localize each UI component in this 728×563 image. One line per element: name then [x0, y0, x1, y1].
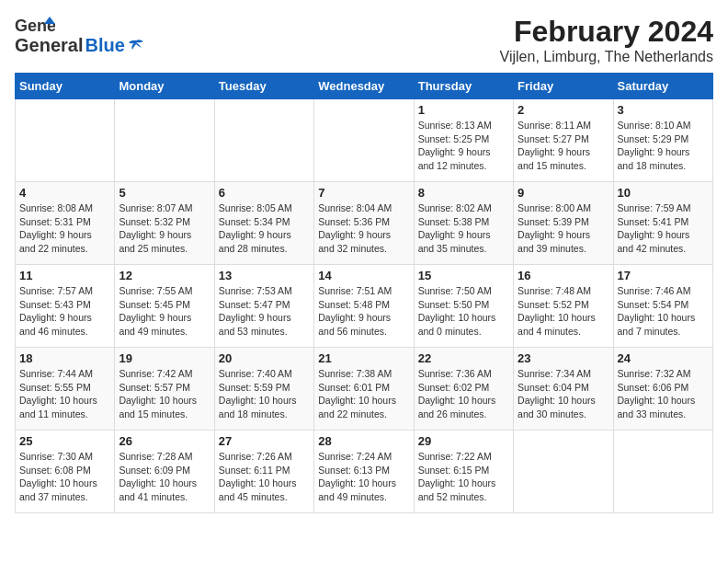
day-number: 28	[318, 434, 409, 448]
calendar-cell: 29Sunrise: 7:22 AM Sunset: 6:15 PM Dayli…	[414, 431, 513, 513]
calendar-cell: 4Sunrise: 8:08 AM Sunset: 5:31 PM Daylig…	[16, 182, 115, 265]
day-header-friday: Friday	[514, 74, 613, 99]
calendar-cell: 18Sunrise: 7:44 AM Sunset: 5:55 PM Dayli…	[16, 348, 115, 431]
day-number: 17	[618, 269, 709, 282]
logo-general-text: General	[15, 35, 83, 56]
day-number: 14	[318, 269, 409, 282]
calendar-cell: 23Sunrise: 7:34 AM Sunset: 6:04 PM Dayli…	[514, 348, 613, 431]
day-header-thursday: Thursday	[414, 74, 513, 99]
calendar-cell	[514, 431, 613, 513]
calendar-week-row: 1Sunrise: 8:13 AM Sunset: 5:25 PM Daylig…	[16, 99, 713, 182]
day-info: Sunrise: 7:34 AM Sunset: 6:04 PM Dayligh…	[518, 367, 609, 421]
calendar-cell	[314, 99, 414, 182]
day-header-wednesday: Wednesday	[314, 74, 414, 99]
calendar-cell: 11Sunrise: 7:57 AM Sunset: 5:43 PM Dayli…	[16, 265, 115, 348]
day-number: 5	[119, 186, 210, 200]
day-info: Sunrise: 8:02 AM Sunset: 5:38 PM Dayligh…	[418, 201, 509, 256]
day-info: Sunrise: 7:22 AM Sunset: 6:15 PM Dayligh…	[418, 450, 509, 504]
day-info: Sunrise: 8:13 AM Sunset: 5:25 PM Dayligh…	[418, 119, 509, 173]
day-number: 25	[19, 434, 110, 448]
calendar-cell: 6Sunrise: 8:05 AM Sunset: 5:34 PM Daylig…	[214, 182, 313, 265]
day-info: Sunrise: 7:32 AM Sunset: 6:06 PM Dayligh…	[618, 367, 709, 421]
day-number: 16	[518, 269, 609, 282]
day-info: Sunrise: 7:24 AM Sunset: 6:13 PM Dayligh…	[318, 450, 409, 504]
day-info: Sunrise: 7:38 AM Sunset: 6:01 PM Dayligh…	[318, 367, 409, 421]
day-info: Sunrise: 7:50 AM Sunset: 5:50 PM Dayligh…	[418, 284, 509, 339]
calendar-cell: 5Sunrise: 8:07 AM Sunset: 5:32 PM Daylig…	[115, 182, 214, 265]
page-subtitle: Vijlen, Limburg, The Netherlands	[500, 49, 713, 65]
day-number: 23	[518, 351, 609, 365]
day-info: Sunrise: 7:53 AM Sunset: 5:47 PM Dayligh…	[219, 284, 310, 339]
day-info: Sunrise: 8:05 AM Sunset: 5:34 PM Dayligh…	[219, 201, 310, 256]
day-number: 11	[19, 269, 110, 282]
day-header-saturday: Saturday	[613, 74, 712, 99]
calendar-cell: 13Sunrise: 7:53 AM Sunset: 5:47 PM Dayli…	[214, 265, 313, 348]
day-info: Sunrise: 8:00 AM Sunset: 5:39 PM Dayligh…	[518, 201, 609, 256]
calendar-cell	[16, 99, 115, 182]
day-number: 19	[119, 351, 210, 365]
calendar-cell: 28Sunrise: 7:24 AM Sunset: 6:13 PM Dayli…	[314, 431, 414, 513]
day-info: Sunrise: 8:11 AM Sunset: 5:27 PM Dayligh…	[518, 119, 609, 173]
day-number: 22	[418, 351, 509, 365]
calendar-week-row: 4Sunrise: 8:08 AM Sunset: 5:31 PM Daylig…	[16, 182, 713, 265]
day-info: Sunrise: 7:28 AM Sunset: 6:09 PM Dayligh…	[119, 450, 210, 504]
day-number: 29	[418, 434, 509, 448]
page-header: General General Blue February 2024 Vijle…	[15, 15, 713, 65]
day-info: Sunrise: 7:46 AM Sunset: 5:54 PM Dayligh…	[618, 284, 709, 339]
day-info: Sunrise: 7:26 AM Sunset: 6:11 PM Dayligh…	[219, 450, 310, 504]
calendar-cell: 3Sunrise: 8:10 AM Sunset: 5:29 PM Daylig…	[613, 99, 712, 182]
page-title: February 2024	[500, 15, 713, 49]
calendar-cell: 17Sunrise: 7:46 AM Sunset: 5:54 PM Dayli…	[613, 265, 712, 348]
calendar-cell: 20Sunrise: 7:40 AM Sunset: 5:59 PM Dayli…	[214, 348, 313, 431]
calendar-cell: 21Sunrise: 7:38 AM Sunset: 6:01 PM Dayli…	[314, 348, 414, 431]
calendar-cell: 26Sunrise: 7:28 AM Sunset: 6:09 PM Dayli…	[115, 431, 214, 513]
day-number: 24	[618, 351, 709, 365]
day-info: Sunrise: 7:55 AM Sunset: 5:45 PM Dayligh…	[119, 284, 210, 339]
calendar-cell: 2Sunrise: 8:11 AM Sunset: 5:27 PM Daylig…	[514, 99, 613, 182]
calendar-cell: 24Sunrise: 7:32 AM Sunset: 6:06 PM Dayli…	[613, 348, 712, 431]
day-header-tuesday: Tuesday	[214, 74, 313, 99]
calendar-cell	[115, 99, 214, 182]
calendar-week-row: 18Sunrise: 7:44 AM Sunset: 5:55 PM Dayli…	[16, 348, 713, 431]
day-number: 20	[219, 351, 310, 365]
calendar-cell: 1Sunrise: 8:13 AM Sunset: 5:25 PM Daylig…	[414, 99, 513, 182]
day-number: 10	[618, 186, 709, 200]
day-header-monday: Monday	[115, 74, 214, 99]
logo-bird-icon	[127, 37, 145, 55]
day-info: Sunrise: 8:10 AM Sunset: 5:29 PM Dayligh…	[618, 119, 709, 173]
calendar-cell: 16Sunrise: 7:48 AM Sunset: 5:52 PM Dayli…	[514, 265, 613, 348]
calendar-cell: 8Sunrise: 8:02 AM Sunset: 5:38 PM Daylig…	[414, 182, 513, 265]
day-info: Sunrise: 7:57 AM Sunset: 5:43 PM Dayligh…	[19, 284, 110, 339]
calendar-cell	[214, 99, 313, 182]
day-number: 15	[418, 269, 509, 282]
calendar-week-row: 25Sunrise: 7:30 AM Sunset: 6:08 PM Dayli…	[16, 431, 713, 513]
day-info: Sunrise: 7:48 AM Sunset: 5:52 PM Dayligh…	[518, 284, 609, 339]
day-number: 2	[518, 103, 609, 117]
day-info: Sunrise: 8:08 AM Sunset: 5:31 PM Dayligh…	[19, 201, 110, 256]
day-number: 27	[219, 434, 310, 448]
day-info: Sunrise: 7:40 AM Sunset: 5:59 PM Dayligh…	[219, 367, 310, 421]
calendar-cell	[613, 431, 712, 513]
day-info: Sunrise: 7:30 AM Sunset: 6:08 PM Dayligh…	[19, 450, 110, 504]
title-area: February 2024 Vijlen, Limburg, The Nethe…	[500, 15, 713, 65]
calendar-cell: 22Sunrise: 7:36 AM Sunset: 6:02 PM Dayli…	[414, 348, 513, 431]
day-info: Sunrise: 7:59 AM Sunset: 5:41 PM Dayligh…	[618, 201, 709, 256]
day-number: 13	[219, 269, 310, 282]
calendar-cell: 9Sunrise: 8:00 AM Sunset: 5:39 PM Daylig…	[514, 182, 613, 265]
calendar-cell: 7Sunrise: 8:04 AM Sunset: 5:36 PM Daylig…	[314, 182, 414, 265]
calendar-cell: 10Sunrise: 7:59 AM Sunset: 5:41 PM Dayli…	[613, 182, 712, 265]
logo: General General Blue	[15, 15, 145, 56]
day-info: Sunrise: 8:04 AM Sunset: 5:36 PM Dayligh…	[318, 201, 409, 256]
day-number: 26	[119, 434, 210, 448]
calendar-cell: 19Sunrise: 7:42 AM Sunset: 5:57 PM Dayli…	[115, 348, 214, 431]
day-number: 1	[418, 103, 509, 117]
calendar-header-row: SundayMondayTuesdayWednesdayThursdayFrid…	[16, 74, 713, 99]
logo-blue-text: Blue	[85, 35, 124, 56]
day-info: Sunrise: 7:51 AM Sunset: 5:48 PM Dayligh…	[318, 284, 409, 339]
day-info: Sunrise: 7:36 AM Sunset: 6:02 PM Dayligh…	[418, 367, 509, 421]
calendar-cell: 12Sunrise: 7:55 AM Sunset: 5:45 PM Dayli…	[115, 265, 214, 348]
calendar-week-row: 11Sunrise: 7:57 AM Sunset: 5:43 PM Dayli…	[16, 265, 713, 348]
day-number: 8	[418, 186, 509, 200]
day-number: 3	[618, 103, 709, 117]
day-info: Sunrise: 8:07 AM Sunset: 5:32 PM Dayligh…	[119, 201, 210, 256]
